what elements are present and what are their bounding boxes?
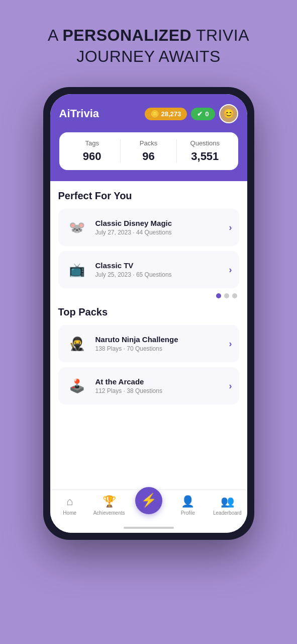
achievements-icon: 🏆 [103,495,116,508]
header-badges: 🪙 28,273 ✔ 0 😊 [145,104,238,123]
nav-leaderboard[interactable]: 👥 Leaderboard [208,495,247,516]
packs-value: 96 [142,150,154,163]
dot-inactive [232,293,237,298]
perfect-for-you-title: Perfect For You [58,190,239,202]
check-badge: ✔ 0 [191,108,215,120]
naruto-subtitle: 138 Plays · 70 Questions [95,345,222,352]
coins-value: 28,273 [161,110,181,118]
home-indicator [50,523,247,533]
phone-shell: AiTrivia 🪙 28,273 ✔ 0 😊 [43,87,254,540]
arcade-title: At the Arcade [95,377,222,386]
arcade-icon: 🕹️ [65,374,88,397]
list-item[interactable]: 🕹️ At the Arcade 112 Plays · 38 Question… [58,367,239,405]
stats-row: Tags 960 Packs 96 Questions 3,551 [59,132,238,170]
leaderboard-label: Leaderboard [213,510,242,516]
tv-icon: 📺 [65,258,88,281]
questions-value: 3,551 [191,150,219,163]
stat-packs: Packs 96 [120,139,176,163]
chevron-right-icon: › [229,222,232,233]
avatar-emoji: 😊 [223,108,234,119]
packs-label: Packs [140,139,157,147]
headline: A PERSONALIZED TRIVIAJOURNEY AWAITS [48,25,249,67]
phone-screen: AiTrivia 🪙 28,273 ✔ 0 😊 [50,94,247,533]
chevron-right-icon: › [229,265,232,275]
app-name: AiTrivia [59,107,99,120]
stat-questions: Questions 3,551 [176,139,233,163]
list-item[interactable]: 🥷 Naruto Ninja Challenge 138 Plays · 70 … [58,325,239,362]
dot-active [216,293,221,298]
tags-label: Tags [85,139,98,147]
avatar[interactable]: 😊 [219,104,238,123]
leaderboard-icon: 👥 [221,495,234,508]
headline-text: A PERSONALIZED TRIVIAJOURNEY AWAITS [48,26,249,65]
tv-title: Classic TV [95,261,222,270]
header-top: AiTrivia 🪙 28,273 ✔ 0 😊 [59,104,238,123]
bottom-nav: ⌂ Home 🏆 Achievements ⚡ 👤 Profile 👥 Lead… [50,490,247,523]
profile-icon: 👤 [181,495,194,508]
questions-label: Questions [190,139,220,147]
naruto-text: Naruto Ninja Challenge 138 Plays · 70 Qu… [95,335,222,352]
nav-home[interactable]: ⌂ Home [50,495,89,516]
top-packs-title: Top Packs [58,306,239,318]
app-header: AiTrivia 🪙 28,273 ✔ 0 😊 [50,94,247,181]
nav-achievements[interactable]: 🏆 Achievements [89,495,129,516]
chevron-right-icon: › [229,381,232,391]
naruto-title: Naruto Ninja Challenge [95,335,222,344]
arcade-text: At the Arcade 112 Plays · 38 Questions [95,377,222,394]
home-icon: ⌂ [66,495,73,508]
achievements-label: Achievements [93,510,125,516]
coins-badge: 🪙 28,273 [145,108,187,120]
dot-inactive [224,293,229,298]
home-label: Home [63,510,76,516]
disney-icon: 🐭 [65,216,88,239]
nav-profile[interactable]: 👤 Profile [168,495,208,516]
play-button[interactable]: ⚡ [135,487,162,514]
disney-title: Classic Disney Magic [95,219,222,227]
tv-text: Classic TV July 25, 2023 · 65 Questions [95,261,222,278]
tv-subtitle: July 25, 2023 · 65 Questions [95,271,222,278]
disney-subtitle: July 27, 2023 · 44 Questions [95,229,222,236]
check-value: 0 [205,110,209,118]
check-icon: ✔ [197,110,203,118]
chevron-right-icon: › [229,339,232,349]
arcade-subtitle: 112 Plays · 38 Questions [95,387,222,394]
naruto-icon: 🥷 [65,332,88,355]
stat-tags: Tags 960 [64,139,120,163]
list-item[interactable]: 📺 Classic TV July 25, 2023 · 65 Question… [58,251,239,288]
home-bar [124,527,174,529]
profile-label: Profile [181,510,195,516]
carousel-dots [58,293,239,298]
nav-play[interactable]: ⚡ [129,497,168,514]
app-content: Perfect For You 🐭 Classic Disney Magic J… [50,181,247,490]
tags-value: 960 [83,150,102,163]
disney-text: Classic Disney Magic July 27, 2023 · 44 … [95,219,222,236]
coins-icon: 🪙 [151,110,159,118]
list-item[interactable]: 🐭 Classic Disney Magic July 27, 2023 · 4… [58,209,239,246]
play-icon: ⚡ [141,493,157,508]
